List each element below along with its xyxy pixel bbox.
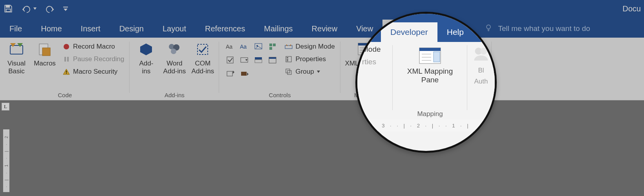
- design-mode-label: Design Mode: [295, 43, 335, 51]
- com-addins-icon: [194, 41, 211, 58]
- svg-marker-39: [247, 73, 249, 76]
- svg-rect-1: [6, 9, 11, 12]
- svg-rect-6: [10, 45, 23, 54]
- svg-marker-31: [245, 59, 247, 61]
- record-macro-label: Record Macro: [73, 43, 115, 51]
- pause-recording-label: Pause Recording: [73, 55, 124, 63]
- addins-label: Add- ins: [139, 60, 153, 75]
- magnified-block-authors-icon: [472, 45, 490, 64]
- svg-rect-46: [287, 71, 291, 74]
- addins-icon: [137, 41, 155, 58]
- svg-rect-3: [63, 7, 68, 7]
- group-code: Visual Basic Macros Record Macro: [0, 38, 130, 100]
- group-control-button[interactable]: Group: [283, 66, 336, 78]
- record-macro-button[interactable]: Record Macro: [60, 41, 126, 53]
- svg-marker-2: [33, 7, 37, 10]
- group-code-label: Code: [4, 91, 126, 99]
- tab-insert[interactable]: Insert: [71, 20, 110, 38]
- svg-rect-36: [227, 71, 232, 76]
- tab-file[interactable]: File: [0, 20, 31, 38]
- legacy-tools-icon[interactable]: [238, 67, 250, 79]
- properties-button[interactable]: Properties: [283, 53, 336, 65]
- document-title-fragment: Docu: [622, 4, 641, 13]
- svg-rect-38: [241, 72, 247, 76]
- plaintext-control-icon[interactable]: Aa: [238, 41, 250, 53]
- magnified-tab-developer[interactable]: Developer: [381, 22, 437, 42]
- svg-rect-45: [286, 69, 290, 73]
- warning-icon: [62, 67, 71, 76]
- tell-me-label: Tell me what you want to do: [498, 24, 590, 33]
- word-addins-button[interactable]: Word Add-ins: [162, 40, 187, 75]
- dropdown-control-icon[interactable]: [252, 54, 264, 66]
- magnified-design-mode-fragment: Mode: [362, 45, 381, 54]
- visual-basic-button[interactable]: Visual Basic: [4, 40, 29, 75]
- addins-button[interactable]: Add- ins: [134, 40, 159, 75]
- group-addins: Add- ins Word Add-ins COM Add-ins Add-in…: [130, 38, 219, 100]
- design-mode-button[interactable]: Design Mode: [283, 41, 336, 53]
- word-addins-label: Word Add-ins: [163, 60, 186, 75]
- magnified-horizontal-ruler: 3 · · | · 2 · | · · 1 · |: [357, 120, 495, 131]
- ribbon: Visual Basic Macros Record Macro: [0, 38, 644, 100]
- svg-rect-27: [273, 44, 276, 46]
- tab-home[interactable]: Home: [31, 20, 71, 38]
- group-control-icon: [284, 67, 293, 76]
- svg-rect-12: [64, 57, 66, 62]
- magnified-properties-fragment: rties: [362, 58, 376, 66]
- repeating-control-icon[interactable]: [224, 67, 236, 79]
- datepicker-control-icon[interactable]: [267, 54, 278, 66]
- svg-text:Aa: Aa: [240, 44, 247, 50]
- tab-references[interactable]: References: [196, 20, 254, 38]
- svg-marker-4: [64, 9, 68, 11]
- save-icon[interactable]: [3, 4, 13, 14]
- com-addins-button[interactable]: COM Add-ins: [190, 40, 215, 75]
- lightbulb-icon: [485, 24, 492, 34]
- title-bar: Docu: [0, 0, 644, 17]
- svg-rect-40: [285, 45, 292, 49]
- macro-security-button[interactable]: Macro Security: [60, 66, 126, 78]
- picture-control-icon[interactable]: [252, 41, 264, 53]
- svg-rect-10: [42, 48, 50, 56]
- svg-rect-33: [255, 60, 262, 63]
- undo-dropdown-icon[interactable]: [33, 4, 37, 13]
- macros-button[interactable]: Macros: [32, 40, 57, 67]
- undo-icon[interactable]: [21, 4, 33, 13]
- svg-point-20: [171, 49, 176, 54]
- richtext-control-icon[interactable]: Aa: [224, 41, 236, 53]
- magnifier-lens: Developer Help Mode rties XML Mapping Pa…: [355, 12, 497, 153]
- svg-rect-44: [287, 60, 288, 61]
- pause-recording-button: Pause Recording: [60, 53, 126, 65]
- tab-layout[interactable]: Layout: [153, 20, 196, 38]
- group-controls: Aa Aa Design Mode: [219, 38, 340, 100]
- svg-rect-62: [419, 48, 441, 51]
- pause-icon: [62, 55, 71, 64]
- word-addins-icon: [166, 41, 183, 58]
- combobox-control-icon[interactable]: [238, 54, 250, 66]
- svg-rect-21: [198, 44, 208, 54]
- tab-design[interactable]: Design: [110, 20, 153, 38]
- magnified-xml-mapping-icon: [418, 46, 442, 65]
- tab-review[interactable]: Review: [302, 20, 347, 38]
- buildingblock-control-icon[interactable]: [267, 41, 278, 53]
- group-control-label: Group: [295, 68, 314, 76]
- visual-basic-label: Visual Basic: [7, 60, 26, 75]
- magnified-xml-mapping-button[interactable]: XML Mapping Pane: [402, 45, 457, 84]
- checkbox-control-icon[interactable]: [224, 54, 236, 66]
- tell-me-search[interactable]: Tell me what you want to do: [472, 24, 590, 34]
- macros-label: Macros: [34, 60, 56, 67]
- quick-access-toolbar: [3, 4, 68, 14]
- properties-label: Properties: [295, 55, 326, 63]
- svg-rect-26: [269, 44, 272, 46]
- tab-mailings[interactable]: Mailings: [254, 20, 302, 38]
- magnified-tab-help[interactable]: Help: [437, 22, 473, 42]
- svg-point-11: [64, 44, 69, 49]
- group-controls-label: Controls: [223, 91, 336, 99]
- record-icon: [62, 42, 71, 51]
- design-mode-icon: [284, 42, 293, 51]
- vertical-ruler: · | · 1 · | · 2: [3, 129, 9, 192]
- redo-icon[interactable]: [45, 4, 55, 13]
- qat-customize-icon[interactable]: [63, 4, 68, 13]
- visual-basic-icon: [8, 41, 25, 58]
- magnified-xml-mapping-label: XML Mapping Pane: [407, 67, 453, 84]
- ruler-corner: L: [2, 103, 9, 111]
- svg-rect-29: [227, 57, 233, 63]
